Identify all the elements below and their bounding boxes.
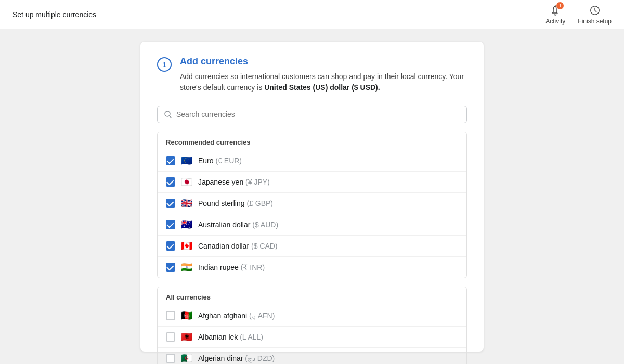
dzd-flag: 🇩🇿 (180, 353, 193, 364)
main-content: 1 Add currencies Add currencies so inter… (0, 29, 624, 364)
finish-setup-label: Finish setup (578, 18, 612, 25)
default-currency: United States (US) dollar ($ USD). (264, 83, 380, 92)
euro-flag: 🇪🇺 (180, 155, 193, 166)
list-item: 🇩🇿 Algerian dinar (دج DZD) (158, 347, 466, 364)
all-currency-list: 🇦🇫 Afghan afghani (؋ AFN) 🇦🇱 Albanian le… (158, 305, 466, 364)
inr-name: Indian rupee (₹ INR) (198, 263, 265, 271)
recommended-currency-list: 🇪🇺 Euro (€ EUR) 🇯🇵 Japanese yen (¥ JPY) … (158, 150, 466, 278)
afn-checkbox[interactable] (166, 311, 175, 320)
activity-icon: 1 (549, 4, 562, 17)
list-item: 🇨🇦 Canadian dollar ($ CAD) (158, 235, 466, 256)
gbp-name: Pound sterling (£ GBP) (198, 199, 273, 207)
jpy-name: Japanese yen (¥ JPY) (198, 178, 270, 186)
step-description: Add currencies so international customer… (180, 71, 467, 93)
all-name: Albanian lek (L ALL) (198, 333, 263, 341)
list-item: 🇦🇫 Afghan afghani (؋ AFN) (158, 305, 466, 326)
afn-name: Afghan afghani (؋ AFN) (198, 311, 275, 320)
dzd-name: Algerian dinar (دج DZD) (198, 354, 275, 362)
all-checkbox[interactable] (166, 332, 175, 342)
jpy-checkbox[interactable] (166, 177, 175, 187)
activity-label: Activity (545, 18, 565, 25)
euro-name: Euro (€ EUR) (198, 157, 242, 165)
gbp-checkbox[interactable] (166, 199, 175, 208)
step-title: Add currencies (180, 56, 467, 67)
inr-flag: 🇮🇳 (180, 262, 193, 273)
aud-flag: 🇦🇺 (180, 219, 193, 230)
list-item: 🇦🇺 Australian dollar ($ AUD) (158, 214, 466, 235)
activity-badge: 1 (556, 2, 564, 9)
all-currencies-section: All currencies 🇦🇫 Afghan afghani (؋ AFN)… (157, 287, 467, 364)
finish-setup-button[interactable]: Finish setup (578, 4, 612, 25)
afn-flag: 🇦🇫 (180, 310, 193, 321)
recommended-section: Recommended currencies 🇪🇺 Euro (€ EUR) 🇯… (157, 132, 467, 278)
all-currencies-label: All currencies (158, 287, 466, 305)
list-item: 🇯🇵 Japanese yen (¥ JPY) (158, 171, 466, 192)
search-box (157, 106, 467, 123)
finish-setup-icon (589, 4, 601, 17)
recommended-label: Recommended currencies (158, 132, 466, 150)
header-actions: 1 Activity Finish setup (545, 4, 612, 25)
cad-name: Canadian dollar ($ CAD) (198, 242, 278, 250)
all-flag: 🇦🇱 (180, 331, 193, 343)
search-input[interactable] (176, 110, 460, 119)
activity-button[interactable]: 1 Activity (545, 4, 565, 25)
aud-name: Australian dollar ($ AUD) (198, 220, 278, 229)
list-item: 🇪🇺 Euro (€ EUR) (158, 150, 466, 171)
list-item: 🇮🇳 Indian rupee (₹ INR) (158, 256, 466, 278)
search-icon (164, 110, 172, 119)
list-item: 🇬🇧 Pound sterling (£ GBP) (158, 192, 466, 214)
jpy-flag: 🇯🇵 (180, 176, 193, 188)
header: Set up multiple currencies 1 Activity (0, 0, 624, 29)
aud-checkbox[interactable] (166, 220, 175, 229)
page-title: Set up multiple currencies (12, 10, 96, 19)
cad-flag: 🇨🇦 (180, 240, 193, 252)
inr-checkbox[interactable] (166, 263, 175, 272)
step-number: 1 (157, 57, 172, 72)
step-header: 1 Add currencies Add currencies so inter… (157, 56, 467, 93)
euro-checkbox[interactable] (166, 156, 175, 165)
list-item: 🇦🇱 Albanian lek (L ALL) (158, 326, 466, 347)
setup-card: 1 Add currencies Add currencies so inter… (140, 42, 484, 352)
gbp-flag: 🇬🇧 (180, 198, 193, 209)
step-content: Add currencies Add currencies so interna… (180, 56, 467, 93)
dzd-checkbox[interactable] (166, 354, 175, 363)
cad-checkbox[interactable] (166, 241, 175, 251)
